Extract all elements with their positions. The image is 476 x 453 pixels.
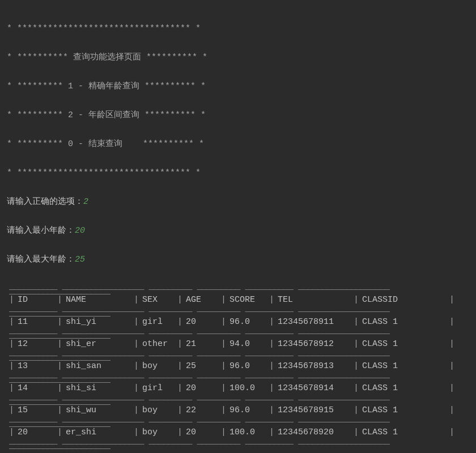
table-border: __________ _________________ _________ _… xyxy=(9,353,469,358)
table-border: __________ _________________ _________ _… xyxy=(9,309,469,314)
table-border: __________ _________________ _________ _… xyxy=(9,375,469,380)
prompt-min-age-label: 请输入最小年龄： xyxy=(7,226,75,236)
menu-border-top: * ********************************** * xyxy=(7,22,469,36)
table-border: __________ _________________ _________ _… xyxy=(9,398,469,402)
menu-border-bottom: * ********************************** * xyxy=(7,166,469,181)
menu-option-0: * ********* 0 - 结束查询 ********** * xyxy=(7,137,469,152)
table-divider: | xyxy=(449,293,454,307)
prompt-choice: 请输入正确的选项：2 xyxy=(7,195,469,210)
table-divider: | xyxy=(449,381,454,396)
menu-option-2: * ********* 2 - 年龄区间查询 ********** * xyxy=(7,108,469,123)
table-border: __________ _________________ _________ _… xyxy=(9,420,469,424)
prompt-choice-value[interactable]: 2 xyxy=(83,197,88,207)
menu-title: * ********** 查询功能选择页面 ********** * xyxy=(7,50,469,65)
table-divider: | xyxy=(449,403,454,418)
table-divider: | xyxy=(449,425,454,440)
table-border: __________ _________________ _________ _… xyxy=(9,331,469,336)
terminal-output: * ********************************** * *… xyxy=(7,7,469,281)
prompt-choice-label: 请输入正确的选项： xyxy=(7,197,83,207)
menu-option-1: * ********* 1 - 精确年龄查询 ********** * xyxy=(7,79,469,94)
prompt-min-age: 请输入最小年龄：20 xyxy=(7,224,469,238)
prompt-max-age: 请输入最大年龄：25 xyxy=(7,253,469,267)
prompt-max-age-label: 请输入最大年龄： xyxy=(7,255,75,264)
prompt-max-age-value[interactable]: 25 xyxy=(75,255,85,264)
prompt-min-age-value[interactable]: 20 xyxy=(75,226,85,236)
table-border: __________ _________________ _________ _… xyxy=(9,287,469,292)
table-divider: | xyxy=(449,315,454,330)
table-border: __________ _________________ _________ _… xyxy=(9,442,469,446)
table-divider: | xyxy=(449,359,454,374)
results-table: __________ _________________ _________ _… xyxy=(7,287,469,446)
table-divider: | xyxy=(449,337,454,352)
